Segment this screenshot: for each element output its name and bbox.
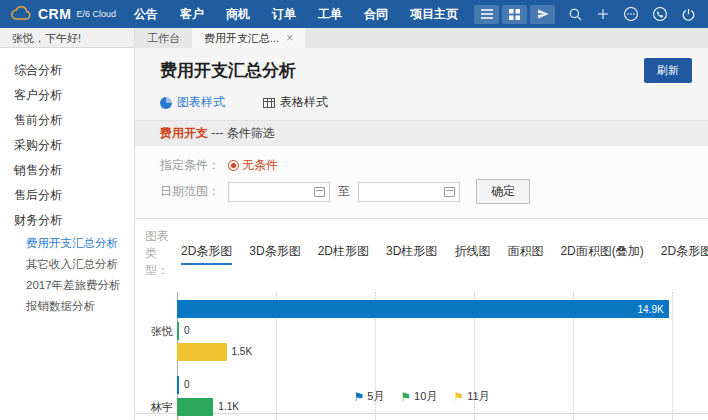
paper-plane-icon (537, 8, 549, 20)
date-to-input[interactable] (358, 182, 460, 202)
search-icon[interactable] (568, 7, 583, 22)
chart-type-tab[interactable]: 3D条形图 (249, 243, 300, 265)
power-icon[interactable] (681, 7, 696, 22)
calendar-icon[interactable] (444, 187, 455, 197)
sidebar-item[interactable]: 报销数据分析 (0, 296, 134, 317)
nav-menu: 公告客户商机订单工单合同项目主页 (134, 6, 458, 23)
close-icon[interactable]: × (286, 31, 293, 45)
sidebar-item[interactable]: 其它收入汇总分析 (0, 254, 134, 275)
table-icon (263, 98, 275, 108)
legend-label: 11月 (467, 389, 489, 404)
sidebar-item[interactable]: 采购分析 (0, 133, 134, 158)
phone-icon[interactable] (652, 6, 668, 22)
sidebar-item[interactable]: 综合分析 (0, 58, 134, 83)
sidebar-item[interactable]: 客户分析 (0, 83, 134, 108)
side-menu: 综合分析客户分析售前分析采购分析销售分析售后分析财务分析费用开支汇总分析其它收入… (0, 48, 134, 317)
filter-title: --- 条件筛选 (208, 126, 275, 140)
table-style-label: 表格样式 (280, 94, 328, 111)
sidebar-item[interactable]: 2017年差旅费分析 (0, 275, 134, 296)
filter-header: 费用开支 --- 条件筛选 (135, 120, 708, 146)
nav-menu-item[interactable]: 合同 (364, 6, 388, 23)
hamburger-icon (481, 9, 493, 19)
date-range-row: 日期范围： 至 确定 (160, 179, 683, 204)
sidebar-item[interactable]: 费用开支汇总分析 (0, 233, 134, 254)
table-style-option[interactable]: 表格样式 (263, 94, 328, 111)
grid-view-button[interactable] (502, 5, 527, 24)
tab[interactable]: 工作台 (135, 28, 192, 48)
condition-row: 指定条件： 无条件 (160, 157, 683, 174)
filter-subject: 费用开支 (160, 126, 208, 140)
style-toggle-row: 图表样式 表格样式 (135, 85, 708, 120)
sidebar-item[interactable]: 财务分析 (0, 208, 134, 233)
sidebar-item[interactable]: 销售分析 (0, 158, 134, 183)
nav-menu-item[interactable]: 订单 (272, 6, 296, 23)
bar-value: 0 (184, 322, 190, 340)
nav-menu-item[interactable]: 工单 (318, 6, 342, 23)
nav-icon-buttons (474, 5, 555, 24)
pie-chart-icon (160, 97, 172, 109)
chart-toolbar: 图表类型： 2D条形图3D条形图2D柱形图3D柱形图折线图面积图2D面积图(叠加… (135, 219, 708, 284)
sidebar-item[interactable]: 售前分析 (0, 108, 134, 133)
category-label: 张悦 (135, 322, 173, 340)
chart-type-tab[interactable]: 面积图 (507, 243, 543, 265)
legend-item: ⚑10月 (400, 389, 437, 404)
chart-style-label: 图表样式 (177, 94, 225, 111)
refresh-button[interactable]: 刷新 (644, 58, 692, 83)
nav-menu-item[interactable]: 公告 (134, 6, 158, 23)
chart-type-tab[interactable]: 2D面积图(叠加) (560, 243, 643, 265)
tab[interactable]: 费用开支汇总...× (192, 28, 305, 48)
chart-style-option[interactable]: 图表样式 (160, 94, 225, 111)
nav-menu-item[interactable]: 商机 (226, 6, 250, 23)
legend-item: ⚑5月 (353, 389, 384, 404)
sidebar-item[interactable]: 售后分析 (0, 183, 134, 208)
confirm-button[interactable]: 确定 (476, 179, 530, 204)
legend: ⚑5月⚑10月⚑11月 (135, 389, 708, 404)
date-to-label: 至 (338, 183, 350, 200)
page-title: 费用开支汇总分析 (160, 59, 296, 82)
flag-icon: ⚑ (453, 391, 464, 403)
chart-type-tab[interactable]: 2D条形图(叠加) (661, 243, 708, 265)
cloud-icon (10, 6, 32, 23)
bar-value: 14.9K (638, 304, 669, 315)
date-range-label: 日期范围： (160, 183, 228, 200)
chart-type-tab[interactable]: 3D柱形图 (386, 243, 437, 265)
more-icon[interactable] (623, 6, 639, 22)
legend-item: ⚑11月 (453, 389, 489, 404)
chart-type-tab[interactable]: 2D柱形图 (318, 243, 369, 265)
chart-bar: 14.9K (177, 300, 669, 318)
tabbar: 工作台费用开支汇总...× (135, 28, 708, 48)
chart-area: 03K6K9K12K15K张悦14.9K01.5K林宇01.1K0 ⚑5月⚑10… (135, 284, 708, 413)
flag-icon: ⚑ (353, 391, 364, 403)
chart-type-label: 图表类型： (145, 228, 169, 279)
title-row: 费用开支汇总分析 刷新 (135, 48, 708, 85)
tab-label: 工作台 (147, 31, 180, 46)
grid-icon (509, 9, 520, 20)
plus-icon[interactable] (596, 7, 610, 21)
no-condition-label: 无条件 (242, 157, 278, 174)
nav-right-icons (568, 6, 708, 22)
legend-label: 5月 (367, 389, 384, 404)
condition-label: 指定条件： (160, 157, 228, 174)
chart-type-tab[interactable]: 折线图 (454, 243, 490, 265)
sidebar: 张悦，下午好! 综合分析客户分析售前分析采购分析销售分析售后分析财务分析费用开支… (0, 28, 135, 420)
legend-label: 10月 (414, 389, 437, 404)
chart-bar (177, 343, 227, 361)
bar-value: 1.5K (232, 343, 253, 361)
send-button[interactable] (530, 5, 555, 24)
tab-label: 费用开支汇总... (204, 31, 279, 46)
brand-suffix: E/6 Cloud (76, 9, 116, 19)
nav-menu-item[interactable]: 客户 (180, 6, 204, 23)
brand-name: CRM (38, 6, 71, 22)
top-navbar: CRM E/6 Cloud 公告客户商机订单工单合同项目主页 (0, 0, 708, 28)
calendar-icon[interactable] (314, 187, 325, 197)
no-condition-radio[interactable] (228, 160, 239, 171)
main-area: 工作台费用开支汇总...× 费用开支汇总分析 刷新 图表样式 表格样式 费用开支… (135, 28, 708, 420)
greeting: 张悦，下午好! (0, 28, 134, 48)
chart-type-tab[interactable]: 2D条形图 (181, 243, 232, 265)
filter-body: 指定条件： 无条件 日期范围： 至 确定 (135, 146, 708, 219)
date-from-input[interactable] (228, 182, 330, 202)
list-view-button[interactable] (474, 5, 499, 24)
nav-menu-item[interactable]: 项目主页 (410, 6, 458, 23)
flag-icon: ⚑ (400, 391, 411, 403)
chart-types: 2D条形图3D条形图2D柱形图3D柱形图折线图面积图2D面积图(叠加)2D条形图… (181, 243, 708, 265)
